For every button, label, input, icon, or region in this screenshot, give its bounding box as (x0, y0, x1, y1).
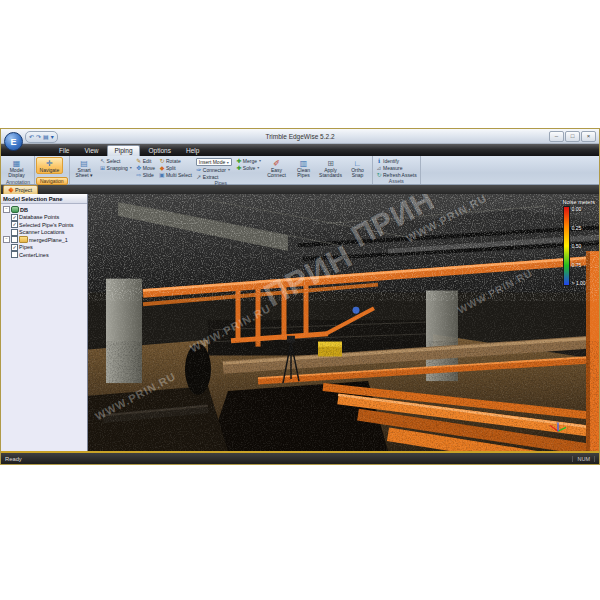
expander-icon[interactable]: − (3, 206, 10, 213)
tab-piping[interactable]: Piping (107, 145, 139, 156)
ribbon-button-move[interactable]: ✥Move (134, 164, 157, 171)
application-orb-button[interactable]: E (4, 132, 23, 151)
measure-icon: ⊿ (376, 165, 382, 171)
button-label: Snapping (107, 165, 128, 171)
window-title: Trimble EdgeWise 5.2.2 (1, 133, 599, 140)
checkbox[interactable]: ✓ (11, 214, 18, 221)
button-label: Slide (143, 172, 154, 178)
checkbox[interactable]: ✓ (11, 244, 18, 251)
checkbox[interactable]: ✓ (11, 221, 18, 228)
window-controls: –□× (549, 131, 596, 142)
button-label: Model Display (4, 168, 29, 178)
ribbon: ▦Model DisplayAnnotation✛NavigateNavigat… (1, 156, 599, 185)
status-message: Ready (5, 456, 22, 462)
tree-item-label: Database Points (19, 214, 59, 220)
ribbon-button-navigate[interactable]: ✛Navigate (36, 157, 63, 174)
ribbon-column: ▦Model Display (3, 157, 30, 179)
ribbon-button-slide[interactable]: ⇨Slide (134, 171, 157, 178)
tab-options[interactable]: Options (143, 146, 177, 156)
ribbon-group-body: ▤Smart Sheet ▾↖Select⊞Snapping▾✎Edit✥Mov… (71, 157, 371, 180)
ribbon-button-rotate[interactable]: ↻Rotate (157, 157, 194, 164)
tree-indent (3, 232, 10, 233)
refresh-assets-icon: ↻ (376, 172, 382, 178)
tree-indent (3, 247, 10, 248)
maximize-button[interactable]: □ (565, 131, 580, 142)
tree-item-label: CenterLines (19, 252, 49, 258)
legend-tick: 0.75 (572, 262, 586, 268)
ribbon-button-measure[interactable]: ⊿Measure (374, 164, 419, 171)
ribbon-group-body: ▦Model Display (3, 157, 33, 179)
legend-gradient-bar (563, 206, 570, 286)
ribbon-button-split[interactable]: ◆Split (157, 164, 194, 171)
doc-tab-label: Project (15, 187, 32, 193)
ribbon-button-solve[interactable]: ✚Solve▾ (234, 164, 263, 171)
point-cloud-canvas[interactable] (88, 194, 599, 451)
tab-help[interactable]: Help (180, 146, 205, 156)
tree-item-centerlines[interactable]: CenterLines (3, 251, 87, 259)
main-area: Model Selection Pane −DB✓Database Points… (1, 194, 599, 451)
tree-item-database-points[interactable]: ✓Database Points (3, 214, 87, 222)
button-label: Identify (383, 158, 399, 164)
tree-item-mergedplane-1[interactable]: −mergedPlane_1 (3, 236, 87, 244)
button-label: Rotate (166, 158, 181, 164)
ribbon-button-easy-connect[interactable]: ✐Easy Connect (263, 157, 290, 179)
model-tree: −DB✓Database Points✓Selected Pipe's Poin… (1, 204, 87, 259)
tree-item-label: Selected Pipe's Points (19, 222, 74, 228)
chevron-down-icon: ▾ (130, 165, 132, 170)
doc-tab-project[interactable]: Project (3, 185, 38, 194)
checkbox[interactable] (11, 229, 18, 236)
legend-tick: > 1.00 (572, 280, 586, 286)
rotate-icon: ↻ (159, 158, 165, 164)
tree-item-scanner-locations[interactable]: Scanner Locations (3, 229, 87, 237)
page-canvas: E ↶↷▤▾ Trimble EdgeWise 5.2.2 –□× FileVi… (0, 0, 600, 600)
group-label-text: Assets (386, 178, 407, 184)
ribbon-button-merge[interactable]: ✚Merge▾ (234, 157, 263, 164)
ribbon-button-ortho-snap[interactable]: ∟Ortho Snap (344, 157, 371, 179)
tree-item-pipes[interactable]: ✓Pipes (3, 244, 87, 252)
split-icon: ◆ (159, 165, 165, 171)
ribbon-column: Insert Mode▾✑Connector▾➚Extract (194, 157, 234, 180)
close-button[interactable]: × (581, 131, 596, 142)
title-bar: E ↶↷▤▾ Trimble EdgeWise 5.2.2 –□× (1, 129, 599, 144)
ribbon-column: ℹIdentify⊿Measure↻Refresh Assets (374, 157, 419, 178)
insert-mode-combo[interactable]: Insert Mode▾ (196, 158, 232, 166)
minimize-button[interactable]: – (549, 131, 564, 142)
tree-item-selected-pipe-s-points[interactable]: ✓Selected Pipe's Points (3, 221, 87, 229)
connector-icon: ✑ (196, 167, 202, 173)
ribbon-column: ▥Clean Pipes (290, 157, 317, 180)
button-label: Smart Sheet ▾ (72, 168, 97, 178)
ribbon-column: ∟Ortho Snap (344, 157, 371, 180)
chevron-down-icon: ▾ (228, 167, 230, 172)
tab-file[interactable]: File (53, 146, 75, 156)
ribbon-button-connector[interactable]: ✑Connector▾ (194, 166, 234, 173)
checkbox[interactable] (11, 236, 18, 243)
expander-icon[interactable]: − (3, 236, 10, 243)
legend-tick: 0.00 (572, 206, 586, 212)
extract-icon: ➚ (196, 174, 202, 180)
ribbon-button-snapping[interactable]: ⊞Snapping▾ (98, 164, 134, 171)
ribbon-button-clean-pipes[interactable]: ▥Clean Pipes (290, 157, 317, 179)
ribbon-button-smart-sheet[interactable]: ▤Smart Sheet ▾ (71, 157, 98, 179)
ribbon-button-refresh-assets[interactable]: ↻Refresh Assets (374, 171, 419, 178)
ribbon-button-multi-select[interactable]: ▣Multi Select (157, 171, 194, 178)
tree-item-db[interactable]: −DB (3, 206, 87, 214)
status-bar: Ready NUM (1, 451, 599, 464)
ribbon-button-extract[interactable]: ➚Extract (194, 173, 234, 180)
ribbon-button-model-display[interactable]: ▦Model Display (3, 157, 30, 179)
ribbon-button-identify[interactable]: ℹIdentify (374, 157, 419, 164)
tree-item-label: DB (20, 207, 28, 213)
ribbon-button-apply-standards[interactable]: ⊞Apply Standards (317, 157, 344, 179)
tree-item-label: mergedPlane_1 (29, 237, 68, 243)
button-label: Measure (383, 165, 402, 171)
tab-view[interactable]: View (78, 146, 104, 156)
ribbon-group-navigation: ✛NavigateNavigation (35, 156, 70, 184)
tree-indent (3, 217, 10, 218)
ribbon-button-edit[interactable]: ✎Edit (134, 157, 157, 164)
multi-select-icon: ▣ (159, 172, 165, 178)
ribbon-button-select[interactable]: ↖Select (98, 157, 134, 164)
button-label: Edit (143, 158, 152, 164)
ribbon-group-assets: ℹIdentify⊿Measure↻Refresh AssetsAssets (373, 156, 421, 184)
menu-tab-bar: FileViewPipingOptionsHelp (1, 144, 599, 156)
checkbox[interactable] (11, 251, 18, 258)
ribbon-column: ⊞Apply Standards (317, 157, 344, 180)
